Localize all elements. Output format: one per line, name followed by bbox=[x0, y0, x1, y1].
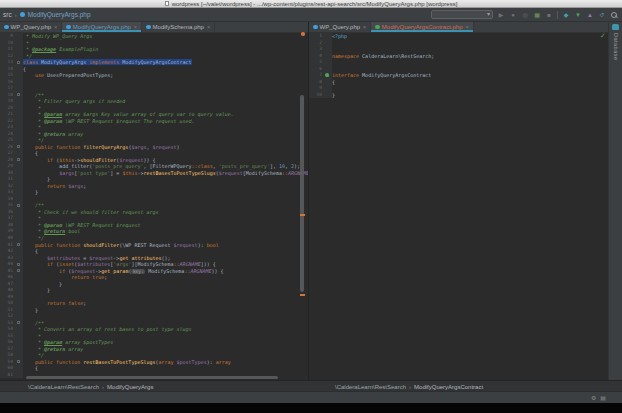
coverage-icon[interactable]: ◎ bbox=[521, 11, 529, 19]
left-editor-horizontal-scrollbar[interactable] bbox=[26, 376, 278, 379]
vcs-commit-icon[interactable]: ▲ bbox=[586, 11, 594, 19]
fold-marker-icon[interactable] bbox=[17, 360, 20, 363]
tab-label: ModifyQueryArgs.php bbox=[73, 24, 131, 30]
editor-tab[interactable]: ModifyQueryArgs.php× bbox=[62, 22, 142, 32]
fold-marker-icon[interactable] bbox=[17, 145, 20, 148]
left-tab-bar: WP_Query.php×ModifyQueryArgs.php×ModifyS… bbox=[0, 22, 308, 33]
stop-icon[interactable]: ■ bbox=[545, 11, 553, 19]
breadcrumb-class[interactable]: ModifyQueryArgs bbox=[107, 384, 153, 390]
search-everywhere-icon[interactable] bbox=[610, 11, 617, 18]
right-editor-pane: WP_Query.php×ModifyQueryArgsContract.php… bbox=[309, 22, 608, 380]
right-editor-code[interactable]: 1<?php234namespace CalderaLearn\RestSear… bbox=[309, 33, 608, 380]
navigation-bar: src › ModifyQueryArgs.php ▾ ▶●◎▦■◆▼▲↺ bbox=[0, 8, 622, 22]
database-tool-button[interactable]: Database bbox=[613, 33, 619, 61]
editor-tab[interactable]: ModifyQueryArgsContract.php× bbox=[371, 22, 473, 32]
document-icon bbox=[165, 1, 169, 6]
file-type-icon bbox=[375, 25, 380, 30]
breadcrumb-namespace[interactable]: \CalderaLearn\RestSearch bbox=[28, 384, 99, 390]
window-title: wordpress [~/valet/wordpress] - .../wp-c… bbox=[172, 1, 458, 7]
fold-marker-icon[interactable] bbox=[17, 93, 20, 96]
fold-marker-icon[interactable] bbox=[17, 158, 20, 161]
breadcrumb-separator-icon: › bbox=[102, 384, 104, 390]
debug-icon[interactable]: ● bbox=[509, 11, 517, 19]
close-tab-icon[interactable]: × bbox=[134, 24, 137, 30]
tab-label: ModifyQueryArgsContract.php bbox=[382, 24, 463, 30]
fold-marker-icon[interactable] bbox=[17, 321, 20, 324]
settings-gear-icon[interactable]: ⚙ bbox=[591, 393, 596, 403]
tab-label: WP_Query.php bbox=[11, 24, 52, 30]
tab-label: ModifySchema.php bbox=[153, 24, 204, 30]
toolbar-separator bbox=[557, 11, 558, 19]
bottom-breadcrumb-bar: \CalderaLearn\RestSearch › ModifyQueryAr… bbox=[0, 380, 622, 391]
error-stripe-mark bbox=[300, 294, 305, 296]
fold-marker-icon[interactable] bbox=[17, 263, 20, 266]
line-number: 61 bbox=[0, 372, 15, 379]
deployment-icon[interactable]: ◆ bbox=[562, 11, 570, 19]
parameter-hint: key: bbox=[131, 269, 145, 274]
code-line: 10} bbox=[309, 92, 608, 99]
breadcrumb-folder[interactable]: src bbox=[3, 11, 12, 18]
phpstorm-window: wordpress [~/valet/wordpress] - .../wp-c… bbox=[0, 0, 622, 413]
right-tab-bar: WP_Query.php×ModifyQueryArgsContract.php… bbox=[309, 22, 608, 33]
chevron-down-icon: ▾ bbox=[487, 10, 490, 19]
fold-marker-icon[interactable] bbox=[17, 269, 20, 272]
close-tab-icon[interactable]: × bbox=[466, 24, 469, 30]
status-bar: ⚙ ▤ bbox=[0, 391, 622, 403]
run-config-select[interactable]: ▾ bbox=[431, 10, 493, 19]
left-editor-pane: WP_Query.php×ModifyQueryArgs.php×ModifyS… bbox=[0, 22, 308, 380]
rollback-icon[interactable]: ↺ bbox=[598, 11, 606, 19]
window-titlebar[interactable]: wordpress [~/valet/wordpress] - .../wp-c… bbox=[0, 0, 622, 8]
breadcrumb: src › ModifyQueryArgs.php bbox=[3, 11, 91, 18]
close-tab-icon[interactable]: × bbox=[54, 24, 57, 30]
gutter bbox=[15, 372, 23, 379]
breadcrumb-class[interactable]: ModifyQueryArgsContract bbox=[414, 384, 483, 390]
fold-marker-icon[interactable] bbox=[17, 243, 20, 246]
left-editor-code[interactable]: 9 * Modify WP_Query Args10 *11 * @packag… bbox=[0, 33, 308, 380]
error-stripe-mark bbox=[300, 214, 305, 216]
inspection-ok-icon[interactable]: ✓ bbox=[600, 33, 606, 40]
tool-window-stripe: Database bbox=[608, 22, 622, 391]
profiler-icon[interactable]: ▦ bbox=[533, 11, 541, 19]
editor-tab[interactable]: WP_Query.php× bbox=[309, 22, 371, 32]
left-editor-vertical-scrollbar[interactable] bbox=[300, 95, 304, 292]
file-type-icon bbox=[4, 25, 9, 30]
tab-label: WP_Query.php bbox=[320, 24, 361, 30]
screen-letterbox bbox=[0, 403, 622, 413]
close-tab-icon[interactable]: × bbox=[207, 24, 210, 30]
error-stripe-mark bbox=[301, 32, 305, 36]
run-icon[interactable]: ▶ bbox=[497, 11, 505, 19]
php-file-icon bbox=[20, 12, 25, 17]
editor-tab[interactable]: ModifySchema.php× bbox=[142, 22, 215, 32]
event-log-icon[interactable]: ▤ bbox=[600, 393, 606, 403]
breadcrumb-file[interactable]: ModifyQueryArgs.php bbox=[28, 11, 91, 18]
database-icon bbox=[612, 24, 619, 30]
vcs-update-icon[interactable]: ▼ bbox=[574, 11, 582, 19]
close-tab-icon[interactable]: × bbox=[363, 24, 366, 30]
breadcrumb-separator-icon: › bbox=[15, 12, 17, 18]
editor-tab[interactable]: WP_Query.php× bbox=[0, 22, 62, 32]
file-type-icon bbox=[66, 25, 71, 30]
line-number: 10 bbox=[309, 92, 324, 99]
fold-marker-icon[interactable] bbox=[17, 61, 20, 64]
fold-marker-icon[interactable] bbox=[17, 204, 20, 207]
breadcrumb-namespace[interactable]: \CalderaLearn\RestSearch bbox=[335, 384, 406, 390]
run-toolbar: ▾ ▶●◎▦■◆▼▲↺ bbox=[431, 10, 617, 19]
file-type-icon bbox=[146, 25, 151, 30]
gutter bbox=[324, 92, 332, 99]
file-type-icon bbox=[313, 25, 318, 30]
breadcrumb-separator-icon: › bbox=[409, 384, 411, 390]
